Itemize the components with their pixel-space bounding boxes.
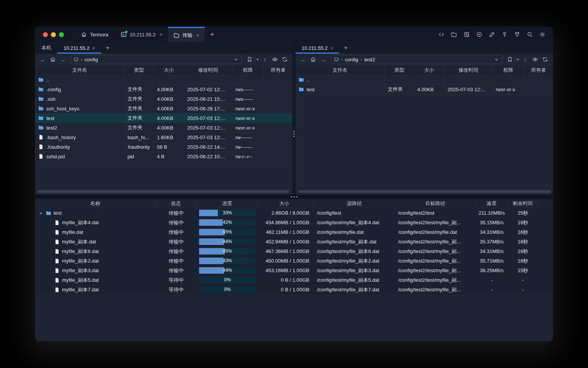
col-dst[interactable]: 目标路径: [395, 199, 476, 208]
app-home-tab[interactable]: Termora: [74, 27, 115, 42]
col-progress[interactable]: 进度: [197, 199, 258, 208]
folder-icon[interactable]: [449, 30, 459, 39]
path-segment[interactable]: test2: [364, 57, 375, 62]
transfer-row[interactable]: myfile_副本.dat 传输中 44% 452.94MB / 1.00GB …: [35, 237, 553, 246]
search-icon[interactable]: [525, 30, 535, 39]
folder-icon: [46, 210, 51, 216]
status-dot: [125, 31, 127, 33]
home-button[interactable]: [309, 55, 318, 64]
bookmark-button[interactable]: [505, 55, 514, 64]
show-hidden-button[interactable]: [531, 55, 540, 64]
transfer-row[interactable]: myfile_副本3.dat 传输中 44% 453.16MB / 1.00GB…: [35, 266, 553, 275]
new-tab-button[interactable]: +: [205, 27, 220, 42]
upload-button[interactable]: ↑: [521, 55, 530, 64]
file-name: test: [46, 115, 54, 121]
col-name[interactable]: 名称: [35, 199, 155, 208]
transfer-row[interactable]: test 传输中 33% 2.66GB / 8.00GB /config/tes…: [35, 208, 553, 218]
breadcrumb[interactable]: ›config›test2: [331, 55, 502, 64]
transfer-speed: 34.31MB/s: [476, 227, 508, 237]
horizontal-scrollbar[interactable]: [298, 190, 551, 193]
minimize-window-button[interactable]: [51, 32, 56, 37]
col-perm[interactable]: 权限: [493, 66, 524, 75]
code-icon[interactable]: [436, 30, 446, 39]
home-button[interactable]: [48, 55, 57, 64]
close-tab-icon[interactable]: ×: [159, 31, 162, 38]
table-row[interactable]: ssh_host_keys 文件夹 4.00KB 2025-06-26 17:.…: [35, 104, 292, 113]
record-icon[interactable]: [474, 30, 484, 39]
show-hidden-button[interactable]: [270, 55, 279, 64]
caret-down-icon[interactable]: ▾: [255, 57, 260, 62]
chevron-down-icon[interactable]: [234, 57, 238, 62]
col-mtime[interactable]: 修改时间: [184, 66, 232, 75]
forward-button[interactable]: →: [58, 55, 67, 64]
close-tab-icon[interactable]: ×: [196, 32, 199, 38]
col-size[interactable]: 大小: [154, 66, 184, 75]
table-row[interactable]: .bash_history bash_hi... 1.60KB 2025-07-…: [35, 133, 292, 142]
table-row[interactable]: test 文件夹 4.00KB 2025-07-03 12:... rwxr-x…: [35, 113, 292, 123]
breadcrumb[interactable]: ›config: [70, 55, 242, 64]
file-mtime: [184, 75, 232, 84]
col-owner[interactable]: 所有者: [264, 66, 292, 75]
key-icon[interactable]: [500, 30, 510, 39]
col-eta[interactable]: 剩余时间: [508, 199, 538, 208]
edit-icon[interactable]: [487, 30, 497, 39]
col-size[interactable]: 大小: [258, 199, 314, 208]
refresh-button[interactable]: [280, 55, 289, 64]
transfer-row[interactable]: myfile_副本4.dat 传输中 42% 434.86MB / 1.00GB…: [35, 218, 553, 227]
transfer-splitter[interactable]: [35, 195, 553, 199]
zoom-window-button[interactable]: [59, 32, 64, 37]
file-type: [385, 75, 414, 84]
table-row[interactable]: .Xauthority Xauthority 58 B 2025-06-22 1…: [35, 142, 292, 152]
new-panel-tab-button[interactable]: +: [339, 42, 352, 54]
forward-button[interactable]: →: [318, 55, 328, 64]
col-filename[interactable]: 文件名: [296, 66, 385, 75]
col-perm[interactable]: 权限: [232, 66, 264, 75]
path-segment[interactable]: config: [85, 57, 98, 62]
table-row[interactable]: sshd.pid pid 4 B 2025-06-22 10:... rw-r-…: [35, 152, 292, 161]
tab-session[interactable]: 10.211.55.2 ×: [115, 27, 168, 42]
upload-button[interactable]: ↑: [260, 55, 270, 64]
bookmark-button[interactable]: [245, 55, 254, 64]
tab-remote[interactable]: 10.211.55.2 ×: [57, 42, 101, 54]
log-icon[interactable]: [462, 30, 472, 39]
table-row[interactable]: ..: [35, 75, 292, 85]
transfer-row[interactable]: myfile_副本6.dat 传输中 45% 467.36MB / 1.00GB…: [35, 246, 553, 256]
chevron-down-icon[interactable]: [494, 57, 499, 62]
transfer-row[interactable]: myfile.dat 传输中 45% 462.11MB / 1.00GB /co…: [35, 227, 553, 237]
col-mtime[interactable]: 修改时间: [444, 66, 493, 75]
col-speed[interactable]: 速度: [476, 199, 508, 208]
close-tab-icon[interactable]: ×: [330, 45, 333, 51]
transfer-row[interactable]: myfile_副本7.dat 等待中 0% 0 B / 1.00GB /conf…: [35, 285, 553, 294]
col-type[interactable]: 类型: [385, 66, 414, 75]
col-status[interactable]: 状态: [155, 199, 197, 208]
col-owner[interactable]: 所有者: [524, 66, 553, 75]
transfer-row[interactable]: myfile_副本2.dat 传输中 43% 450.00MB / 1.00GB…: [35, 256, 553, 266]
tab-local[interactable]: 本机: [35, 42, 57, 54]
table-row[interactable]: test2 文件夹 4.00KB 2025-07-03 12:... rwxr-…: [35, 123, 292, 133]
horizontal-scrollbar[interactable]: [37, 190, 289, 193]
close-window-button[interactable]: [43, 32, 48, 37]
new-panel-tab-button[interactable]: +: [101, 42, 114, 54]
chevron-expand-icon[interactable]: [38, 211, 44, 215]
back-button[interactable]: ←: [299, 55, 308, 64]
file-size: [414, 75, 444, 84]
tab-transfer[interactable]: 传输 ×: [168, 27, 205, 42]
table-row[interactable]: test 文件夹 4.00KB 2025-07-03 12:... rwxr-x…: [296, 85, 553, 94]
back-button[interactable]: ←: [38, 55, 47, 64]
refresh-button[interactable]: [541, 55, 550, 64]
col-type[interactable]: 类型: [124, 66, 154, 75]
branch-icon[interactable]: [512, 30, 522, 39]
transfer-row[interactable]: myfile_副本5.dat 等待中 0% 0 B / 1.00GB /conf…: [35, 275, 553, 285]
close-tab-icon[interactable]: ×: [92, 45, 95, 51]
path-segment[interactable]: config: [345, 57, 358, 62]
tab-remote[interactable]: 10.211.55.2 ×: [296, 42, 339, 54]
panel-splitter[interactable]: [292, 42, 296, 195]
col-src[interactable]: 源路径: [314, 199, 395, 208]
table-row[interactable]: .ssh 文件夹 4.00KB 2025-06-21 15:... rwx---…: [35, 94, 292, 104]
col-filename[interactable]: 文件名: [35, 66, 124, 75]
settings-icon[interactable]: [537, 30, 547, 39]
table-row[interactable]: ..: [296, 75, 553, 85]
caret-down-icon[interactable]: ▾: [515, 57, 520, 62]
col-size[interactable]: 大小: [414, 66, 444, 75]
table-row[interactable]: .config 文件夹 4.00KB 2025-07-02 12:... rwx…: [35, 85, 292, 94]
